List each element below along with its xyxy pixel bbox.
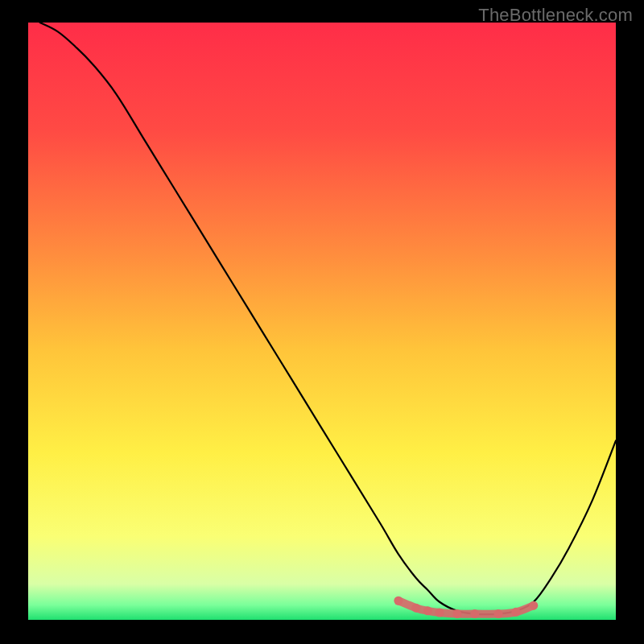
- highlight-dot: [411, 604, 420, 613]
- watermark: TheBottleneck.com: [478, 5, 633, 26]
- highlight-dot: [452, 609, 461, 618]
- highlight-dot: [470, 609, 479, 618]
- bottleneck-chart: [0, 0, 644, 644]
- highlight-dot: [394, 597, 402, 605]
- highlight-dot: [436, 609, 444, 617]
- plot-background: [28, 23, 616, 620]
- highlight-dot: [423, 606, 432, 615]
- highlight-dot: [529, 601, 538, 610]
- highlight-dot: [511, 608, 520, 617]
- highlight-dot: [494, 609, 503, 618]
- chart-container: TheBottleneck.com: [0, 0, 644, 644]
